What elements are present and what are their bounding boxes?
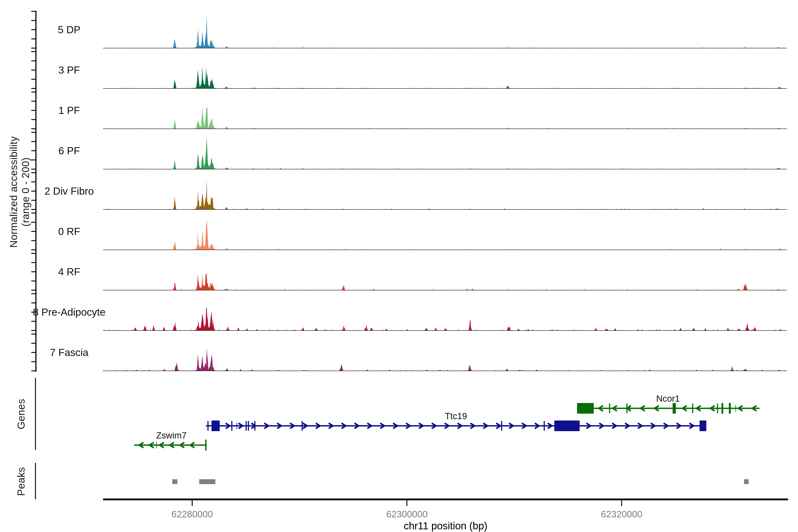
track-label-4-rf: 4 RF <box>58 266 80 278</box>
exon-ncor1 <box>729 403 731 414</box>
peak-interval-1 <box>199 479 215 484</box>
exon-ncor1 <box>577 403 594 414</box>
gene-label-ncor1: Ncor1 <box>656 394 680 404</box>
signal-5-dp <box>103 16 786 48</box>
exon-ttc19 <box>544 421 545 431</box>
x-tick-label-62300000: 62300000 <box>386 509 428 519</box>
track-label-8-pre-adipocyte: 8 Pre-Adipocyte <box>33 306 105 318</box>
exon-ttc19 <box>211 420 220 431</box>
y-axis-label-line2: (range 0 - 200) <box>19 136 32 248</box>
genes-section-label: Genes <box>15 399 27 430</box>
exon-zswim7 <box>205 440 207 451</box>
exon-ncor1 <box>736 405 736 412</box>
signal-1-pf <box>103 107 786 129</box>
x-axis-title: chr11 position (bp) <box>404 520 488 532</box>
exon-ttc19 <box>700 420 706 431</box>
track-label-5-dp: 5 DP <box>58 24 80 36</box>
coverage-plot-figure: Normalized accessibility (range 0 - 200)… <box>0 0 798 532</box>
signal-2-div-fibro <box>103 180 786 209</box>
signal-3-pf <box>103 66 786 89</box>
y-axis-label: Normalized accessibility (range 0 - 200) <box>7 136 32 248</box>
signal-6-pf <box>103 137 786 169</box>
track-label-0-rf: 0 RF <box>58 225 80 238</box>
exon-ttc19 <box>246 421 247 431</box>
x-tick-label-62320000: 62320000 <box>601 509 642 519</box>
track-label-2-div-fibro: 2 Div Fibro <box>44 185 94 197</box>
signal-4-rf <box>103 273 786 290</box>
peak-interval-0 <box>172 479 177 484</box>
plot-canvas <box>0 0 798 532</box>
exon-ncor1 <box>717 403 718 413</box>
exon-ttc19 <box>208 421 209 431</box>
signal-8-pre-adipocyte <box>103 307 786 331</box>
exon-ttc19 <box>248 421 249 431</box>
track-label-7-fascia: 7 Fascia <box>50 346 89 358</box>
y-axis-label-line1: Normalized accessibility <box>7 136 19 248</box>
x-tick-label-62280000: 62280000 <box>172 509 213 519</box>
gene-label-zswim7: Zswim7 <box>156 431 187 440</box>
exon-ttc19 <box>231 421 232 431</box>
exon-ttc19 <box>302 421 303 431</box>
exon-ttc19 <box>554 420 580 431</box>
exon-ncor1 <box>722 403 723 414</box>
peak-interval-2 <box>744 479 748 484</box>
track-label-6-pf: 6 PF <box>58 145 80 157</box>
track-label-1-pf: 1 PF <box>58 104 80 116</box>
exon-ncor1 <box>609 403 610 413</box>
gene-label-ttc19: Ttc19 <box>445 411 467 421</box>
track-label-3-pf: 3 PF <box>58 64 80 76</box>
exon-ttc19 <box>236 422 237 429</box>
exon-zswim7 <box>156 442 157 449</box>
peaks-section-label: Peaks <box>15 467 27 496</box>
signal-0-rf <box>103 220 786 250</box>
exon-ncor1 <box>672 403 676 414</box>
signal-7-fascia <box>103 348 786 371</box>
exon-ncor1 <box>692 403 693 413</box>
